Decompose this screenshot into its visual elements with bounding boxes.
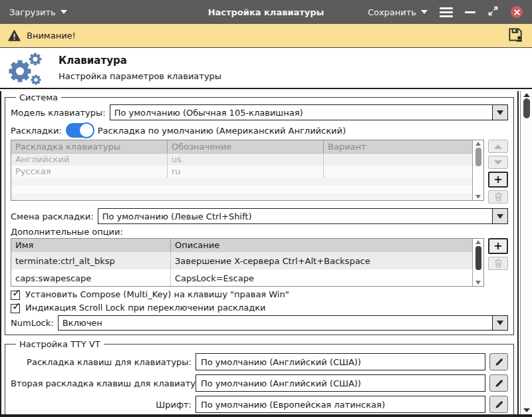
compose-checkbox-row[interactable]: ✓ Установить Compose (Multi_Key) на клав… [11, 289, 508, 300]
compose-checkbox-label: Установить Compose (Multi_Key) на клавиш… [25, 289, 289, 299]
tty-keymap-row: Раскладка клавиш для клавиатуры: По умол… [11, 353, 508, 370]
add-option-button[interactable]: + [488, 238, 508, 254]
page-subtitle: Настройка параметров клавиатуры [59, 71, 221, 81]
save-to-user-button[interactable] [507, 26, 524, 45]
table-row[interactable]: Английский us [11, 154, 472, 166]
extra-options-label-row: Дополнительные опции: [11, 227, 508, 237]
chevron-down-icon[interactable] [492, 209, 507, 223]
scrolllock-checkbox-row[interactable]: ✓ Индикация Scroll Lock при переключении… [11, 303, 508, 313]
pencil-icon [494, 357, 504, 367]
column-header[interactable]: Описание [171, 239, 472, 252]
arrow-down-icon [494, 160, 502, 165]
table-row[interactable]: Русская ru [11, 166, 472, 178]
tty-keymap2-label: Вторая раскладка клавиш для клавиатуры: [11, 378, 192, 388]
layout-switch-select[interactable]: По умолчанию (Левые Ctrl+Shift) [98, 208, 508, 224]
empty-rows [11, 178, 472, 201]
trash-icon [494, 192, 503, 202]
checkbox-checked-icon[interactable]: ✓ [11, 291, 20, 300]
arrow-up-icon [494, 144, 502, 149]
system-group: Система Модель клавиатуры: По умолчанию … [5, 92, 514, 335]
column-header[interactable]: Вариант [324, 140, 472, 154]
tty-keymap2-field[interactable]: По умолчанию (Английский (США)) [196, 374, 485, 392]
column-header[interactable]: Раскладка клавиатуры [11, 140, 168, 154]
move-up-button[interactable] [488, 140, 508, 153]
variant-cell [324, 154, 472, 166]
code-cell: ru [168, 166, 324, 178]
column-header[interactable]: Имя [11, 239, 171, 252]
titlebar-actions: Сохранить [368, 5, 523, 19]
scroll-down-icon[interactable] [523, 408, 530, 412]
edit-font-button[interactable] [489, 396, 508, 413]
layouts-table-scrollbar[interactable] [472, 140, 483, 200]
chevron-down-icon [61, 10, 67, 14]
column-header[interactable]: Обозначение [168, 140, 324, 154]
settings-panel: Система Модель клавиатуры: По умолчанию … [0, 91, 519, 414]
scroll-up-icon[interactable] [523, 93, 530, 97]
main-scrollbar[interactable] [520, 91, 532, 414]
scroll-down-icon[interactable] [475, 281, 481, 285]
load-menu-button[interactable]: Загрузить [9, 7, 67, 17]
default-layout-toggle[interactable] [66, 123, 94, 138]
scrollbar-thumb[interactable] [475, 148, 481, 166]
keyboard-model-value: По умолчанию (Обычная 105-клавишная) [110, 105, 492, 120]
scroll-up-icon[interactable] [475, 142, 481, 146]
scroll-down-icon[interactable] [475, 195, 481, 199]
layouts-toggle-row: Раскладки: Раскладка по умолчанию (Амери… [11, 123, 508, 138]
layouts-table-wrap: Раскладка клавиатуры Обозначение Вариант… [11, 140, 508, 204]
scroll-up-icon[interactable] [475, 240, 481, 244]
page-title: Клавиатура [59, 55, 221, 67]
chevron-down-icon[interactable] [492, 105, 507, 120]
keyboard-model-select[interactable]: По умолчанию (Обычная 105-клавишная) [110, 104, 508, 120]
tty-keymap-field[interactable]: По умолчанию (Английский (США)) [196, 353, 485, 370]
edit-keymap2-button[interactable] [489, 374, 508, 392]
load-menu-label: Загрузить [9, 7, 56, 17]
tty-font-row: Шрифт: По умолчанию (Европейская латинск… [11, 396, 508, 413]
move-down-button[interactable] [488, 156, 508, 169]
option-description-cell: Завершение X-сервера Ctrl+Alt+Backspace [171, 252, 472, 269]
save-menu-button[interactable]: Сохранить [368, 7, 428, 17]
layout-switch-value: По умолчанию (Левые Ctrl+Shift) [98, 209, 492, 223]
delete-option-button[interactable] [488, 257, 508, 270]
plus-icon: + [493, 174, 502, 185]
maximize-button[interactable] [487, 5, 499, 19]
checkbox-checked-icon[interactable]: ✓ [11, 304, 20, 313]
layouts-table: Раскладка клавиатуры Обозначение Вариант… [11, 140, 484, 201]
menu-icon[interactable] [440, 7, 453, 17]
minimize-button[interactable] [465, 11, 475, 13]
expand-icon [487, 5, 499, 17]
chevron-down-icon[interactable] [492, 316, 507, 330]
options-table-scrollbar[interactable] [472, 239, 483, 286]
numlock-select[interactable]: Включен [58, 315, 508, 331]
options-table-wrap: Имя Описание terminate:ctrl_alt_bksp Зав… [11, 238, 508, 287]
numlock-value: Включен [59, 316, 492, 330]
gears-icon [7, 51, 45, 85]
floppy-user-icon [507, 26, 524, 43]
titlebar: Загрузить Настройка клавиатуры Сохранить [0, 0, 532, 24]
edit-keymap-button[interactable] [489, 353, 508, 370]
table-row[interactable]: terminate:ctrl_alt_bksp Завершение X-сер… [11, 252, 472, 269]
warning-bar: Внимание! [0, 24, 532, 48]
add-layout-button[interactable]: + [488, 172, 508, 188]
tty-font-field[interactable]: По умолчанию (Европейская латинская) [196, 396, 485, 413]
options-table-header: Имя Описание [11, 239, 472, 252]
close-button[interactable] [511, 6, 523, 18]
trash-icon [494, 259, 503, 268]
minimize-icon [465, 11, 475, 13]
tty-font-label: Шрифт: [11, 400, 192, 410]
scrollbar-thumb[interactable] [523, 98, 530, 118]
option-name-cell: caps:swapescape [11, 269, 171, 287]
window-bottom-edge [0, 414, 532, 417]
keyboard-model-label: Модель клавиатуры: [11, 108, 106, 118]
layout-cell: Русская [11, 166, 168, 178]
delete-layout-button[interactable] [488, 190, 508, 204]
code-cell: us [168, 154, 324, 166]
scrolllock-checkbox-label: Индикация Scroll Lock при переключении р… [25, 303, 265, 313]
scrollbar-thumb[interactable] [475, 246, 481, 270]
option-name-cell: terminate:ctrl_alt_bksp [11, 252, 171, 269]
tty-group: Настройка TTY VT Раскладка клавиш для кл… [5, 339, 514, 414]
pencil-icon [494, 400, 504, 410]
table-row[interactable]: caps:swapescape CapsLock=Escape [11, 269, 472, 287]
numlock-row: NumLock: Включен [11, 315, 508, 331]
page-header-text: Клавиатура Настройка параметров клавиату… [59, 55, 221, 81]
save-menu-label: Сохранить [368, 7, 416, 17]
